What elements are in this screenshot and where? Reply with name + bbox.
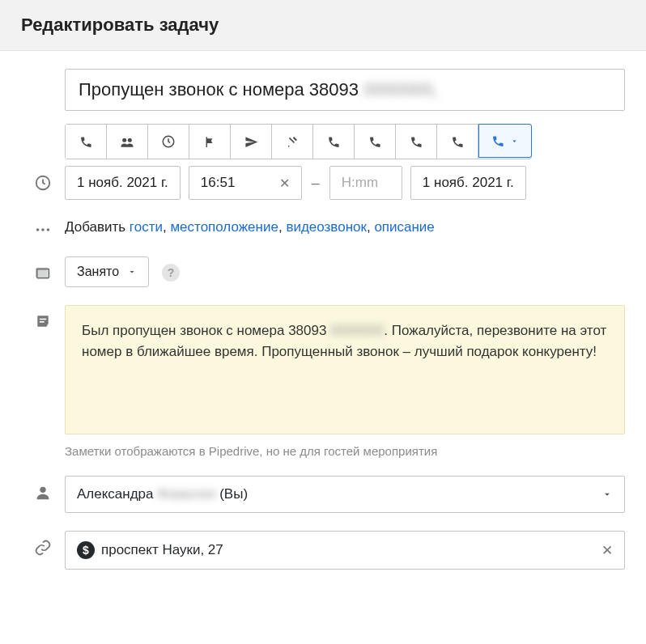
type-call2-icon[interactable] (313, 125, 355, 159)
availability-dropdown[interactable]: Занято (65, 256, 149, 287)
clock-icon (21, 166, 65, 192)
owner-name-redacted: Фамилия (157, 486, 215, 502)
type-deadline-icon[interactable] (148, 125, 189, 159)
availability-label: Занято (77, 265, 119, 279)
task-title-input[interactable]: Пропущен звонок с номера 38093 0000000, (65, 69, 625, 111)
link-icon (21, 531, 65, 557)
add-options: Добавить гости, местоположение, видеозво… (65, 218, 625, 235)
help-icon[interactable]: ? (162, 264, 180, 282)
note-textarea[interactable]: Был пропущен звонок с номера 38093 00000… (65, 305, 625, 434)
svg-point-0 (122, 138, 126, 142)
add-description-link[interactable]: описание (374, 219, 434, 235)
start-date-value: 1 нояб. 2021 г. (77, 175, 168, 191)
svg-point-11 (40, 487, 45, 493)
type-lunch-icon[interactable] (272, 125, 313, 159)
add-guests-link[interactable]: гости (130, 219, 163, 235)
title-row-icon (21, 69, 65, 77)
type-email-icon[interactable] (231, 125, 272, 159)
time-range-dash: – (310, 175, 321, 192)
start-date-input[interactable]: 1 нояб. 2021 г. (65, 166, 181, 200)
start-time-input[interactable]: 16:51 ✕ (189, 166, 302, 200)
modal-body: Пропущен звонок с номера 38093 0000000, (0, 51, 646, 570)
note-hint: Заметки отображаются в Pipedrive, но не … (65, 444, 625, 458)
note-text-before: Был пропущен звонок с номера 38093 (82, 323, 326, 338)
end-date-input[interactable]: 1 нояб. 2021 г. (410, 166, 526, 200)
type-active-dropdown[interactable] (478, 124, 532, 158)
chevron-down-icon (510, 137, 519, 146)
currency-icon: $ (77, 541, 95, 559)
deal-label: проспект Науки, 27 (101, 542, 223, 558)
owner-name: Александра (77, 486, 154, 502)
task-title-text: Пропущен звонок с номера 38093 (79, 79, 359, 100)
owner-select[interactable]: Александра Фамилия (Вы) (65, 476, 625, 513)
add-location-link[interactable]: местоположение (170, 219, 278, 235)
note-text-redacted: 0000000 (330, 323, 384, 338)
end-time-placeholder: H:mm (342, 175, 378, 191)
modal-header: Редактировать задачу (0, 0, 646, 51)
svg-rect-8 (36, 268, 48, 277)
start-time-value: 16:51 (201, 175, 236, 191)
type-call3-icon[interactable] (355, 125, 396, 159)
deal-select[interactable]: $ проспект Науки, 27 ✕ (65, 531, 625, 570)
type-meeting-icon[interactable] (107, 125, 148, 159)
add-prefix: Добавить (65, 219, 130, 235)
type-call-icon[interactable] (66, 125, 107, 159)
chevron-down-icon (601, 489, 613, 500)
type-flag-icon[interactable] (189, 125, 231, 159)
chevron-down-icon (127, 267, 137, 277)
add-video-link[interactable]: видеозвонок (286, 219, 367, 235)
clear-deal-icon[interactable]: ✕ (601, 542, 613, 559)
availability-icon (21, 256, 65, 282)
svg-point-1 (128, 138, 132, 142)
svg-point-6 (47, 228, 50, 231)
svg-point-5 (41, 228, 45, 231)
svg-rect-10 (40, 321, 45, 323)
end-time-input[interactable]: H:mm (329, 166, 402, 200)
type-call4-icon[interactable] (396, 125, 437, 159)
clear-time-icon[interactable]: ✕ (279, 176, 290, 191)
svg-rect-9 (40, 319, 46, 320)
activity-type-bar (65, 124, 532, 159)
person-icon (21, 476, 65, 502)
owner-suffix: (Вы) (219, 486, 248, 502)
end-date-value: 1 нояб. 2021 г. (423, 175, 514, 191)
svg-point-4 (36, 228, 40, 231)
note-icon (21, 305, 65, 329)
task-title-redacted: 0000000, (363, 79, 438, 100)
type-call5-icon[interactable] (437, 125, 478, 159)
modal-title: Редактировать задачу (21, 15, 625, 36)
more-icon (21, 218, 65, 239)
